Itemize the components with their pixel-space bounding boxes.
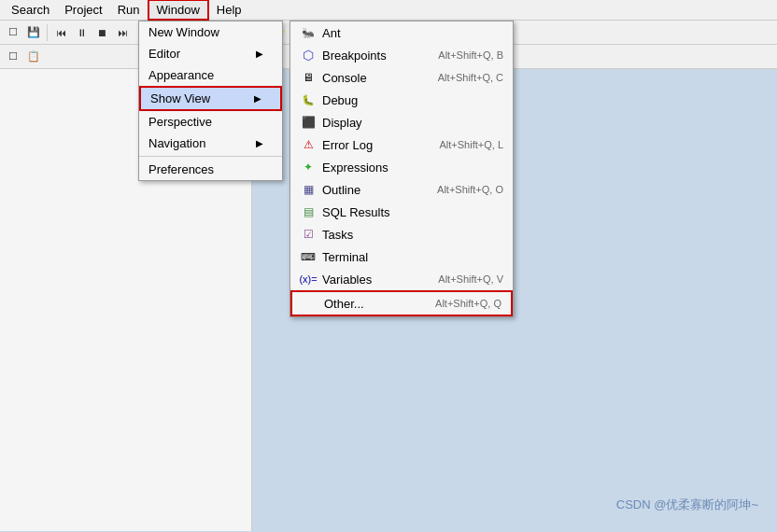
debug-icon: 🐛: [300, 92, 317, 107]
bp-shortcut: Alt+Shift+Q, B: [438, 49, 503, 61]
showview-console[interactable]: 🖥 Console Alt+Shift+Q, C: [290, 66, 513, 89]
toolbar-stop[interactable]: ⏹: [92, 23, 111, 42]
toolbar-back[interactable]: ⏮: [51, 23, 70, 42]
outline-shortcut: Alt+Shift+Q, O: [437, 184, 503, 195]
console-shortcut: Alt+Shift+Q, C: [438, 72, 503, 83]
menu-help[interactable]: Help: [209, 1, 249, 19]
errorlog-shortcut: Alt+Shift+Q, L: [440, 139, 503, 150]
showview-terminal[interactable]: ⌨ Terminal: [290, 245, 513, 268]
showview-expressions[interactable]: ✦ Expressions: [290, 156, 513, 178]
showview-debug[interactable]: 🐛 Debug: [290, 89, 513, 111]
toolbar2-btn2[interactable]: 📋: [24, 48, 43, 66]
menu-appearance[interactable]: Appearance: [139, 64, 282, 86]
menu-new-window[interactable]: New Window: [139, 21, 282, 43]
menu-editor[interactable]: Editor ▶: [139, 43, 282, 64]
showview-sqlresults[interactable]: ▤ SQL Results: [290, 201, 513, 223]
menu-navigation[interactable]: Navigation ▶: [139, 133, 282, 154]
outline-icon: ▦: [300, 182, 317, 197]
breakpoints-icon: ⬡: [300, 48, 317, 63]
showview-submenu: 🐜 Ant ⬡ Breakpoints Alt+Shift+Q, B 🖥 Con…: [290, 21, 514, 317]
showview-display[interactable]: ⬛ Display: [290, 111, 513, 133]
menu-sep: [139, 156, 282, 157]
errorlog-icon: ⚠: [300, 137, 317, 152]
editor-arrow: ▶: [256, 49, 263, 59]
showview-tasks[interactable]: ☑ Tasks: [290, 223, 513, 245]
sqlresults-icon: ▤: [300, 204, 317, 219]
menu-perspective[interactable]: Perspective: [139, 111, 282, 133]
menu-search[interactable]: Search: [4, 1, 57, 19]
watermark: CSDN @优柔寡断的阿坤~: [616, 497, 758, 513]
show-view-arrow: ▶: [254, 93, 261, 104]
toolbar-skip[interactable]: ⏭: [113, 23, 132, 42]
showview-other[interactable]: Other... Alt+Shift+Q, Q: [290, 290, 513, 316]
terminal-icon: ⌨: [300, 249, 317, 264]
showview-breakpoints[interactable]: ⬡ Breakpoints Alt+Shift+Q, B: [290, 44, 513, 66]
menu-preferences[interactable]: Preferences: [139, 159, 282, 180]
navigation-arrow: ▶: [256, 138, 263, 148]
menu-project[interactable]: Project: [57, 1, 109, 19]
tasks-icon: ☑: [300, 227, 317, 242]
expressions-icon: ✦: [300, 160, 317, 175]
menu-show-view[interactable]: Show View ▶: [139, 86, 282, 111]
toolbar-pause[interactable]: ⏸: [72, 23, 91, 42]
menu-run[interactable]: Run: [110, 1, 148, 19]
showview-ant[interactable]: 🐜 Ant: [290, 21, 513, 44]
console-icon: 🖥: [300, 70, 317, 85]
showview-errorlog[interactable]: ⚠ Error Log Alt+Shift+Q, L: [290, 133, 513, 156]
toolbar2-btn1[interactable]: ☐: [4, 48, 22, 66]
variables-shortcut: Alt+Shift+Q, V: [438, 273, 503, 285]
toolbar-new[interactable]: ☐: [4, 23, 22, 42]
toolbar-save[interactable]: 💾: [24, 23, 43, 42]
showview-variables[interactable]: (x)= Variables Alt+Shift+Q, V: [290, 268, 513, 290]
other-shortcut: Alt+Shift+Q, Q: [435, 298, 502, 309]
toolbar-sep-1: [47, 24, 48, 41]
window-dropdown: New Window Editor ▶ Appearance Show View…: [138, 21, 283, 181]
variables-icon: (x)=: [300, 272, 317, 287]
other-icon: [302, 296, 318, 311]
showview-outline[interactable]: ▦ Outline Alt+Shift+Q, O: [290, 178, 513, 201]
menu-window[interactable]: Window: [148, 0, 209, 21]
menu-bar: Search Project Run Window Help: [0, 0, 777, 21]
display-icon: ⬛: [300, 115, 317, 130]
ant-icon: 🐜: [300, 25, 317, 40]
